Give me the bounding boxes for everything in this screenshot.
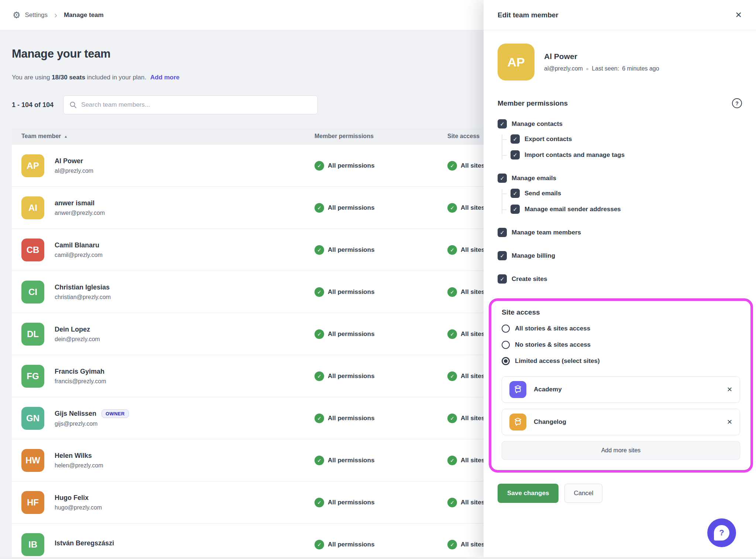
member-summary: AP Al Power al@prezly.com ● Last seen: 6… — [498, 44, 742, 80]
header-team-member-label: Team member — [21, 133, 61, 140]
permission-label: Import contacts and manage tags — [525, 151, 625, 159]
site-access-value-label: All sites — [461, 288, 485, 296]
table-header-team-member[interactable]: Team member ▲ — [12, 133, 315, 140]
avatar: AP — [21, 154, 44, 177]
close-icon[interactable]: ✕ — [735, 10, 742, 20]
permission-checkbox-row[interactable]: ✓Manage billing — [498, 251, 742, 260]
member-name: Hugo Felix — [55, 494, 89, 502]
avatar: HF — [21, 491, 44, 514]
permission-children: ✓Send emails✓Manage email sender address… — [502, 189, 742, 214]
search-box[interactable] — [63, 95, 318, 114]
check-circle-icon: ✓ — [315, 203, 324, 213]
remove-site-icon[interactable]: ✕ — [727, 418, 732, 426]
member-name: István Beregszászi — [55, 539, 114, 547]
avatar: FG — [21, 365, 44, 388]
member-email: al@prezly.com — [55, 168, 93, 174]
check-circle-icon: ✓ — [315, 161, 324, 171]
floating-help-button[interactable]: ? — [707, 518, 736, 547]
member-email: dein@prezly.com — [55, 336, 100, 343]
radio-icon[interactable] — [502, 341, 510, 349]
checkbox-checked-icon[interactable]: ✓ — [498, 119, 507, 128]
permission-label: Manage emails — [512, 175, 556, 182]
seats-prefix: You are using — [12, 74, 50, 81]
permissions-value-label: All permissions — [328, 457, 375, 464]
permissions-value: ✓All permissions — [315, 498, 447, 507]
permission-checkbox-row[interactable]: ✓Export contacts — [511, 134, 742, 144]
member-cell: CBCamil Blanarucamil@prezly.com — [12, 239, 315, 261]
member-email: francis@prezly.com — [55, 378, 106, 385]
site-card: Academy✕ — [502, 376, 740, 403]
check-circle-icon: ✓ — [447, 245, 457, 255]
add-more-seats-link[interactable]: Add more — [150, 74, 179, 81]
last-seen-value: 6 minutes ago — [622, 65, 659, 72]
cancel-button[interactable]: Cancel — [564, 484, 602, 503]
site-access-title: Site access — [502, 308, 740, 316]
check-circle-icon: ✓ — [447, 498, 457, 507]
permission-checkbox-row[interactable]: ✓Send emails — [511, 189, 742, 198]
checkbox-checked-icon[interactable]: ✓ — [511, 189, 520, 198]
checkbox-checked-icon[interactable]: ✓ — [498, 228, 507, 237]
avatar: DL — [21, 323, 44, 346]
permission-checkbox-row[interactable]: ✓Manage team members — [498, 228, 742, 237]
site-access-value-label: All sites — [461, 499, 485, 506]
check-circle-icon: ✓ — [447, 540, 457, 549]
panel-body: AP Al Power al@prezly.com ● Last seen: 6… — [484, 44, 756, 503]
site-access-radio-row[interactable]: Limited access (select sites) — [502, 357, 740, 365]
check-circle-icon: ✓ — [447, 203, 457, 213]
panel-footer: Save changes Cancel — [498, 484, 742, 503]
radio-selected-icon[interactable] — [502, 357, 510, 365]
check-circle-icon: ✓ — [447, 371, 457, 381]
permission-checkbox-row[interactable]: ✓Import contacts and manage tags — [511, 150, 742, 160]
site-access-radio-row[interactable]: No stories & sites access — [502, 341, 740, 349]
checkbox-checked-icon[interactable]: ✓ — [511, 205, 520, 214]
results-range: 1 - 104 of 104 — [12, 101, 54, 109]
avatar: AP — [498, 44, 535, 80]
member-cell: AIanwer ismailanwer@prezly.com — [12, 196, 315, 219]
member-name: Christian Iglesias — [55, 284, 110, 291]
permission-group: ✓Create sites — [498, 274, 742, 284]
site-access-value-label: All sites — [461, 330, 485, 338]
member-cell: APAl Poweral@prezly.com — [12, 154, 315, 177]
save-changes-button[interactable]: Save changes — [498, 484, 559, 503]
checkbox-checked-icon[interactable]: ✓ — [511, 134, 520, 144]
permission-checkbox-row[interactable]: ✓Create sites — [498, 274, 742, 284]
permission-label: Manage billing — [512, 252, 555, 260]
permission-checkbox-row[interactable]: ✓Manage emails — [498, 174, 742, 183]
member-cell: GNGijs NelissenOWNERgijs@prezly.com — [12, 407, 315, 430]
checkbox-checked-icon[interactable]: ✓ — [498, 174, 507, 183]
checkbox-checked-icon[interactable]: ✓ — [498, 274, 507, 284]
site-access-radio-row[interactable]: All stories & sites access — [502, 325, 740, 333]
checkbox-checked-icon[interactable]: ✓ — [498, 251, 507, 260]
permissions-value-label: All permissions — [328, 541, 375, 548]
breadcrumb-settings[interactable]: Settings — [25, 11, 48, 19]
site-logo-icon — [509, 381, 526, 398]
add-more-sites-button[interactable]: Add more sites — [502, 441, 740, 460]
radio-label: All stories & sites access — [515, 325, 590, 332]
permission-checkbox-row[interactable]: ✓Manage contacts — [498, 119, 742, 128]
site-access-value-label: All sites — [461, 204, 485, 212]
avatar: IB — [21, 533, 44, 556]
avatar: AI — [21, 196, 44, 219]
avatar: HW — [21, 449, 44, 472]
site-access-value-label: All sites — [461, 415, 485, 422]
checkbox-checked-icon[interactable]: ✓ — [511, 150, 520, 160]
search-input[interactable] — [81, 101, 312, 109]
check-circle-icon: ✓ — [447, 329, 457, 339]
permissions-value-label: All permissions — [328, 330, 375, 338]
check-circle-icon: ✓ — [315, 414, 324, 423]
check-circle-icon: ✓ — [447, 414, 457, 423]
table-header-member-permissions: Member permissions — [315, 133, 447, 140]
radio-icon[interactable] — [502, 325, 510, 333]
permission-checkbox-row[interactable]: ✓Manage email sender addresses — [511, 205, 742, 214]
member-email: camil@prezly.com — [55, 252, 103, 258]
remove-site-icon[interactable]: ✕ — [727, 385, 732, 394]
check-circle-icon: ✓ — [315, 456, 324, 465]
permissions-value-label: All permissions — [328, 162, 375, 169]
member-email: hugo@prezly.com — [55, 504, 102, 511]
help-icon[interactable]: ? — [732, 98, 742, 108]
member-email: christian@prezly.com — [55, 294, 111, 301]
site-card: Changelog✕ — [502, 409, 740, 435]
seats-suffix: included in your plan. — [87, 74, 147, 81]
permissions-value: ✓All permissions — [315, 245, 447, 255]
member-cell: HFHugo Felixhugo@prezly.com — [12, 491, 315, 514]
